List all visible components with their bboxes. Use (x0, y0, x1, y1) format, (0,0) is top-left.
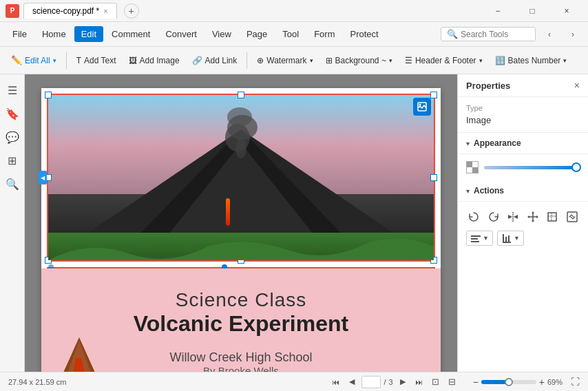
zoom-plus-button[interactable]: + (539, 377, 545, 388)
watermark-icon: ⊕ (257, 56, 264, 65)
search-tools-input[interactable] (461, 30, 529, 39)
svg-rect-26 (471, 238, 478, 240)
hills-svg (48, 233, 434, 260)
pdf-text-section: Science Class Volcanic Experiment Willow… (41, 268, 441, 372)
zoom-percentage: 69% (547, 378, 568, 386)
watermark-button[interactable]: ⊕ Watermark ▾ (251, 53, 318, 68)
opacity-cell-dark-2 (472, 167, 478, 173)
add-image-button[interactable]: 🖼 Add Image (123, 53, 185, 68)
zoom-minus-button[interactable]: − (473, 377, 479, 388)
background-button[interactable]: ⊞ Background ~ ▾ (320, 53, 398, 68)
align-down-button[interactable]: ▼ (497, 231, 524, 246)
handle-top-right[interactable] (430, 92, 437, 98)
prev-page-button[interactable]: ◀ (345, 375, 359, 389)
page-title: Science Class (134, 289, 348, 311)
nav-back-button[interactable]: ‹ (540, 25, 559, 44)
action-icons-row1 (466, 209, 580, 225)
menu-comment[interactable]: Comment (105, 26, 157, 42)
zoom-controls: − + 69% ⛶ (473, 377, 580, 388)
menu-protect[interactable]: Protect (343, 26, 385, 42)
menu-page[interactable]: Page (240, 26, 274, 42)
opacity-slider-thumb[interactable] (571, 162, 581, 172)
maximize-button[interactable]: □ (516, 0, 548, 22)
sidebar-thumbnail-icon[interactable]: ⊞ (2, 150, 23, 171)
move-button[interactable] (525, 209, 541, 225)
nav-forward-button[interactable]: › (563, 25, 582, 44)
header-footer-button[interactable]: ☰ Header & Footer ▾ (399, 53, 488, 68)
opacity-cell-light-1 (472, 162, 478, 167)
opacity-icon (466, 161, 479, 173)
handle-top-mid[interactable] (238, 92, 244, 98)
fit-page-button[interactable]: ⊡ (429, 375, 443, 389)
school-name: Willow Creek High School (169, 350, 312, 365)
bates-number-icon: 🔢 (495, 56, 505, 65)
menu-view[interactable]: View (205, 26, 238, 42)
first-page-button[interactable]: ⏮ (328, 375, 342, 389)
menu-file[interactable]: File (6, 26, 34, 42)
sidebar-menu-icon[interactable]: ☰ (2, 80, 23, 101)
window-buttons: − □ × (482, 0, 582, 22)
volcano-image[interactable] (48, 95, 434, 260)
add-tab-button[interactable]: + (124, 3, 139, 19)
svg-rect-25 (471, 235, 481, 237)
add-link-button[interactable]: 🔗 Add Link (187, 53, 243, 68)
menu-tool[interactable]: Tool (275, 26, 306, 42)
svg-rect-31 (503, 242, 511, 243)
crop-icon (546, 211, 558, 223)
replace-button[interactable] (565, 209, 580, 225)
align-left-icon (470, 233, 481, 244)
panel-header: Properties × (458, 74, 588, 97)
close-window-button[interactable]: × (551, 0, 582, 22)
add-text-button[interactable]: T Add Text (71, 53, 122, 68)
opacity-slider-container[interactable] (484, 162, 580, 172)
next-page-button[interactable]: ▶ (396, 375, 410, 389)
last-page-button[interactable]: ⏭ (412, 375, 426, 389)
type-value: Image (466, 115, 580, 125)
menu-home[interactable]: Home (35, 26, 73, 42)
title-area: Science Class Volcanic Experiment (134, 289, 348, 337)
author-name: By Brooke Wells (169, 365, 312, 372)
fit-width-button[interactable]: ⊟ (445, 375, 459, 389)
minimize-button[interactable]: − (482, 0, 514, 22)
bates-number-button[interactable]: 🔢 Bates Number ▾ (490, 53, 573, 68)
edit-all-button[interactable]: ✏️ Edit All ▾ (6, 52, 62, 68)
align-left-button[interactable]: ▼ (466, 231, 493, 246)
type-label: Type (466, 104, 580, 112)
volcano-illustration (41, 317, 117, 372)
pdf-image-section[interactable]: ◀ (47, 94, 435, 262)
panel-title: Properties (466, 81, 510, 91)
opacity-cell-light-2 (467, 167, 472, 173)
menu-edit[interactable]: Edit (74, 26, 103, 42)
appearance-section-header[interactable]: ▾ Appearance (458, 133, 588, 154)
align-down-arrow: ▼ (514, 235, 520, 242)
sidebar-search-icon[interactable]: 🔍 (2, 173, 23, 194)
zoom-slider-thumb[interactable] (505, 378, 513, 386)
panel-close-button[interactable]: × (574, 80, 580, 91)
page-number-input[interactable]: 1 (361, 376, 381, 388)
document-tab[interactable]: science-copy.pdf * × (23, 3, 117, 19)
crop-button[interactable] (545, 209, 560, 225)
rotate-cw-button[interactable] (486, 209, 502, 225)
image-tool-button[interactable] (413, 98, 431, 116)
left-sidebar: ☰ 🔖 💬 ⊞ 🔍 (0, 74, 25, 372)
title-bar-left: P science-copy.pdf * × + (6, 3, 139, 19)
toolbar-separator-1 (66, 52, 67, 69)
svg-marker-17 (532, 211, 534, 213)
flip-button[interactable] (505, 209, 521, 225)
menu-convert[interactable]: Convert (158, 26, 204, 42)
rotate-cw-icon (487, 211, 500, 223)
sidebar-comment-icon[interactable]: 💬 (2, 127, 23, 147)
actions-section-header[interactable]: ▾ Actions (458, 180, 588, 202)
zoom-slider-track[interactable] (481, 380, 536, 384)
rotate-ccw-button[interactable] (466, 209, 482, 225)
actions-title: Actions (474, 186, 504, 196)
header-footer-icon: ☰ (405, 56, 412, 65)
menu-form[interactable]: Form (307, 26, 342, 42)
sidebar-bookmark-icon[interactable]: 🔖 (2, 103, 23, 124)
handle-top-left[interactable] (45, 92, 52, 98)
fullscreen-button[interactable]: ⛶ (571, 377, 580, 387)
left-resize-handle[interactable]: ◀ (39, 171, 47, 184)
flip-icon (507, 211, 519, 223)
close-tab-button[interactable]: × (103, 7, 107, 15)
appearance-arrow: ▾ (466, 140, 470, 147)
